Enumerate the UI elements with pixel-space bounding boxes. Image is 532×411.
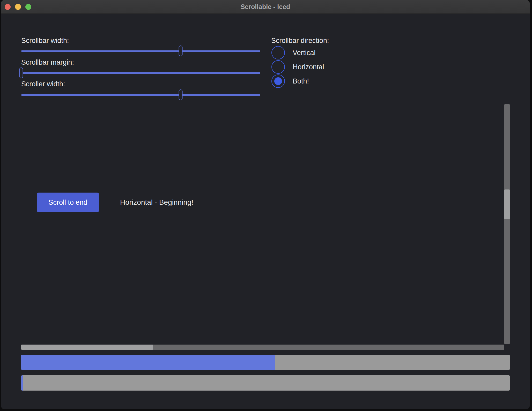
scrollbar-width-label: Scrollbar width:: [21, 36, 69, 45]
radio-icon[interactable]: [271, 74, 285, 88]
scrollbar-direction-label: Scrollbar direction:: [271, 36, 329, 45]
horizontal-scrollbar-thumb[interactable]: [21, 345, 153, 350]
progress-fill: [21, 355, 275, 370]
radio-both[interactable]: Both!: [271, 74, 309, 88]
scroll-status-text: Horizontal - Beginning!: [120, 193, 193, 212]
radio-horizontal-label: Horizontal: [293, 63, 324, 71]
radio-horizontal[interactable]: Horizontal: [271, 60, 324, 74]
vertical-scrollbar-thumb[interactable]: [504, 189, 510, 219]
slider-rail[interactable]: [21, 94, 260, 96]
scrollbar-width-slider[interactable]: [21, 45, 260, 56]
scroller-width-label: Scroller width:: [21, 80, 65, 88]
horizontal-progress-bar: [21, 355, 510, 370]
titlebar: Scrollable - Iced: [1, 0, 530, 14]
vertical-scrollbar-track[interactable]: [504, 104, 510, 344]
window-title: Scrollable - Iced: [1, 0, 530, 14]
slider-handle[interactable]: [179, 89, 183, 100]
radio-icon[interactable]: [271, 46, 285, 59]
slider-rail[interactable]: [21, 50, 260, 52]
horizontal-scrollbar-track[interactable]: [21, 345, 504, 350]
scrollbar-margin-slider[interactable]: [21, 67, 260, 78]
radio-both-label: Both!: [293, 77, 309, 85]
progress-fill: [21, 375, 23, 391]
app-window: Scrollable - Iced Scrollbar width: Scrol…: [1, 0, 530, 409]
scrollbar-margin-label: Scrollbar margin:: [21, 58, 74, 67]
radio-dot-icon: [274, 77, 282, 85]
scroll-to-end-button[interactable]: Scroll to end: [37, 193, 99, 212]
vertical-progress-bar: [21, 375, 510, 391]
slider-rail[interactable]: [21, 72, 260, 74]
screen: Scrollable - Iced Scrollbar width: Scrol…: [0, 0, 532, 411]
slider-handle[interactable]: [19, 67, 23, 78]
scroller-width-slider[interactable]: [21, 89, 260, 100]
radio-vertical[interactable]: Vertical: [271, 46, 316, 59]
radio-vertical-label: Vertical: [293, 49, 316, 57]
radio-icon[interactable]: [271, 60, 285, 74]
slider-handle[interactable]: [179, 45, 183, 56]
